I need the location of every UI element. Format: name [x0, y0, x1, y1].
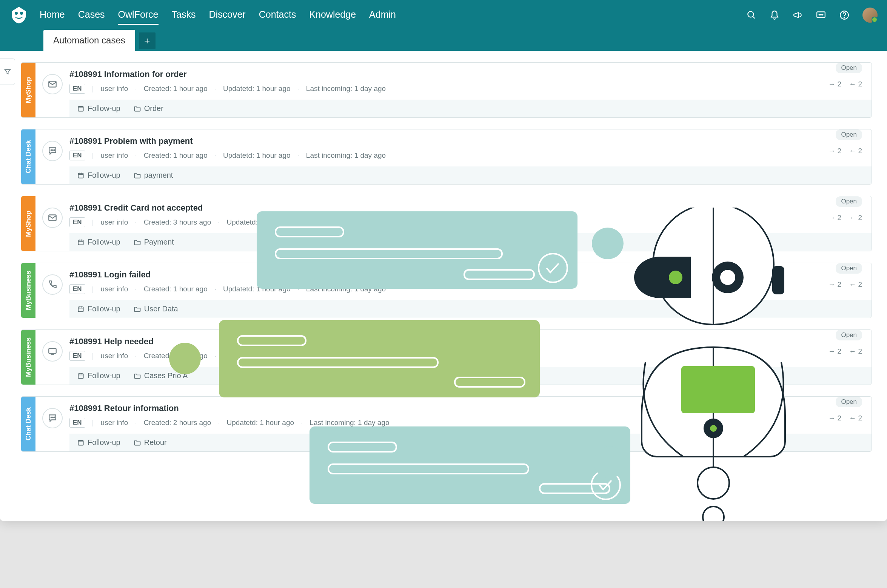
outgoing-count: → 2 [828, 347, 841, 356]
case-card[interactable]: MyBusiness #108991 Login failed EN | use… [21, 263, 872, 318]
nav-contacts[interactable]: Contacts [259, 5, 296, 25]
outgoing-count: → 2 [828, 147, 841, 155]
brand-strip: Chat Desk [21, 397, 35, 451]
status-badge: Open [836, 263, 862, 274]
svg-rect-31 [49, 348, 56, 353]
avatar[interactable] [862, 8, 878, 23]
svg-point-15 [51, 150, 52, 151]
status-badge: Open [836, 63, 862, 73]
svg-point-1 [20, 12, 23, 15]
incoming-count: ← 2 [849, 147, 862, 155]
status-badge: Open [836, 129, 862, 140]
user-info: user info [101, 285, 128, 293]
folder-tag[interactable]: Cases Prio A [134, 371, 188, 380]
case-title: #108991 Login failed [69, 270, 860, 280]
svg-point-73 [703, 506, 724, 521]
incoming-count: ← 2 [849, 280, 862, 289]
incoming-count: ← 2 [849, 214, 862, 222]
svg-rect-33 [78, 374, 83, 379]
incoming-count: ← 2 [849, 347, 862, 356]
created-time: Created: 1 hour ago [144, 352, 208, 360]
folder-tag[interactable]: User Data [134, 305, 178, 313]
nav-home[interactable]: Home [40, 5, 65, 25]
user-info: user info [101, 218, 128, 226]
svg-point-9 [844, 17, 845, 18]
outgoing-count: → 2 [828, 280, 841, 289]
last-incoming: Last incoming: 1 day ago [306, 151, 386, 160]
app-logo[interactable] [9, 6, 28, 25]
nav-knowledge[interactable]: Knowledge [309, 5, 356, 25]
case-title: #108991 Problem with payment [69, 136, 860, 146]
svg-point-37 [51, 417, 52, 418]
svg-point-6 [821, 14, 821, 15]
case-card[interactable]: Chat Desk #108991 Problem with payment E… [21, 129, 872, 185]
nav-admin[interactable]: Admin [369, 5, 396, 25]
search-icon[interactable] [747, 10, 756, 20]
svg-point-2 [748, 11, 753, 17]
outgoing-count: → 2 [828, 214, 841, 222]
case-title: #108991 Help needed [69, 337, 860, 346]
user-info: user info [101, 352, 128, 360]
status-badge: Open [836, 397, 862, 407]
help-icon[interactable] [839, 10, 849, 20]
folder-tag[interactable]: payment [134, 171, 173, 180]
lang-badge: EN [69, 284, 85, 294]
followup-tag[interactable]: Follow-up [77, 104, 120, 113]
outgoing-count: → 2 [828, 80, 841, 88]
updated-time: Updatetd: 1 hour ago [227, 419, 294, 427]
status-badge: Open [836, 196, 862, 207]
nav-cases[interactable]: Cases [78, 5, 105, 25]
svg-rect-58 [540, 484, 610, 493]
channel-mail-icon [42, 74, 63, 94]
tab-automation-cases[interactable]: Automation cases [43, 30, 135, 51]
svg-rect-11 [78, 106, 83, 111]
folder-tag[interactable]: Order [134, 104, 163, 113]
user-info: user info [101, 151, 128, 160]
brand-strip: MyShop [21, 63, 35, 117]
channel-screen-icon [42, 341, 63, 362]
lang-badge: EN [69, 418, 85, 428]
channel-chat-icon [42, 408, 63, 428]
case-card[interactable]: Chat Desk #108991 Retour information EN … [21, 396, 872, 452]
brand-strip: MyBusiness [21, 330, 35, 385]
nav-discover[interactable]: Discover [209, 5, 245, 25]
case-title: #108991 Credit Card not accepted [69, 203, 860, 213]
incoming-count: ← 2 [849, 414, 862, 422]
message-icon[interactable] [816, 10, 826, 20]
nav-tasks[interactable]: Tasks [172, 5, 196, 25]
followup-tag[interactable]: Follow-up [77, 371, 120, 380]
incoming-count: ← 2 [849, 80, 862, 88]
svg-rect-40 [78, 440, 83, 445]
svg-point-17 [54, 150, 55, 151]
last-incoming: Last incoming: 1 day ago [306, 285, 386, 293]
last-incoming: Last incoming: 2 days ago [310, 218, 393, 226]
folder-tag[interactable]: Payment [134, 238, 174, 246]
brand-strip: MyBusiness [21, 263, 35, 318]
svg-point-59 [591, 471, 620, 499]
brand-strip: Chat Desk [21, 129, 35, 184]
last-incoming: Last incoming: 1 day ago [310, 419, 389, 427]
megaphone-icon[interactable] [793, 10, 802, 20]
followup-tag[interactable]: Follow-up [77, 305, 120, 313]
case-card[interactable]: MyBusiness #108991 Help needed EN | user… [21, 329, 872, 385]
tab-add-button[interactable]: + [139, 32, 156, 49]
last-incoming: Last incoming: 1 day ago [306, 85, 386, 93]
followup-tag[interactable]: Follow-up [77, 438, 120, 447]
followup-tag[interactable]: Follow-up [77, 171, 120, 180]
svg-point-39 [54, 417, 55, 418]
case-card[interactable]: MyShop #108991 Credit Card not accepted … [21, 196, 872, 251]
folder-tag[interactable]: Retour [134, 438, 167, 447]
followup-tag[interactable]: Follow-up [77, 238, 120, 246]
nav-owlforce[interactable]: OwlForce [118, 5, 159, 25]
last-incoming: Last incoming: 1 day ago [306, 352, 386, 360]
user-info: user info [101, 85, 128, 93]
case-card[interactable]: MyShop #108991 Information for order EN … [21, 62, 872, 118]
lang-badge: EN [69, 217, 85, 227]
bell-icon[interactable] [770, 10, 779, 20]
updated-time: Updatetd: 1 hour ago [223, 151, 291, 160]
created-time: Created: 1 hour ago [144, 285, 208, 293]
channel-mail-icon [42, 208, 63, 228]
case-title: #108991 Retour information [69, 403, 860, 413]
channel-phone-icon [42, 274, 63, 295]
lang-badge: EN [69, 151, 85, 160]
